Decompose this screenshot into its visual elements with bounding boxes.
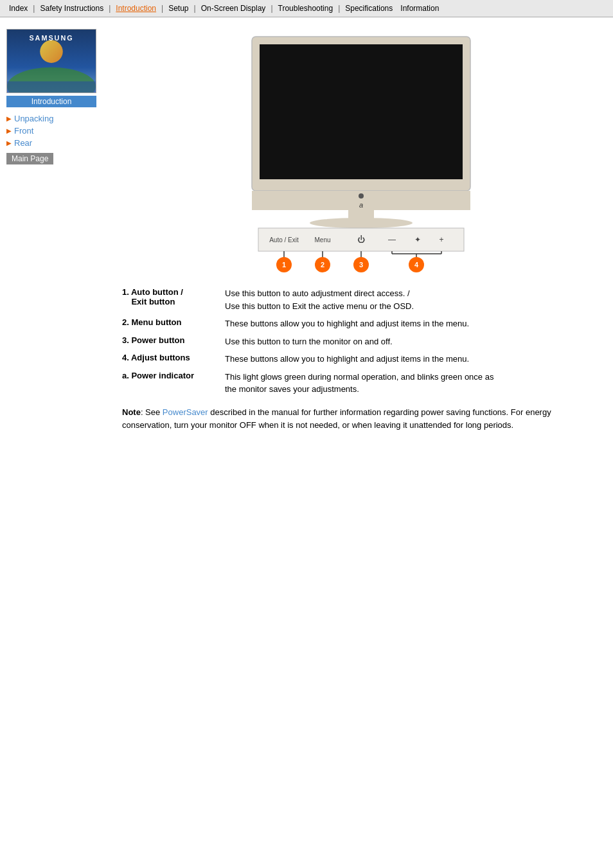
desc-row-3: 3. Power button Use this button to turn … — [122, 335, 600, 348]
desc-text-a: This light glows green during normal ope… — [225, 371, 600, 396]
desc-label-1a: 1. Auto button / — [122, 287, 218, 297]
svg-text:⏻: ⏻ — [357, 235, 365, 244]
svg-text:✦: ✦ — [414, 235, 421, 244]
monitor-svg-wrap: a Auto / Exit Menu ⏻ — ✦ + — [226, 30, 496, 274]
nav-specifications[interactable]: Specifications — [341, 3, 396, 14]
powersaver-link[interactable]: PowerSaver — [163, 407, 208, 417]
descriptions-table: 1. Auto button / Exit button Use this bu… — [122, 287, 600, 396]
svg-rect-4 — [7, 82, 96, 93]
sidebar-link-front[interactable]: Front — [14, 126, 33, 136]
nav-sep-6: | — [337, 4, 341, 13]
sidebar-item-front[interactable]: ▶ Front — [6, 125, 103, 137]
desc-row-4: 4. Adjust buttons These buttons allow yo… — [122, 353, 600, 366]
svg-text:2: 2 — [321, 261, 324, 269]
svg-point-8 — [359, 193, 364, 199]
navbar: Index | Safety Instructions | Introducti… — [0, 0, 613, 17]
samsung-logo-image: SAMSUNG — [7, 29, 96, 93]
arrow-icon: ▶ — [6, 139, 12, 146]
desc-text-2: These buttons allow you to highlight and… — [225, 317, 600, 330]
sidebar-logo: SAMSUNG — [6, 29, 96, 93]
nav-information[interactable]: Information — [396, 3, 443, 14]
svg-text:4: 4 — [414, 261, 419, 269]
note-section: Note: See PowerSaver described in the ma… — [122, 406, 600, 433]
nav-setup[interactable]: Setup — [164, 3, 192, 14]
sidebar-link-unpacking[interactable]: Unpacking — [14, 114, 53, 123]
sidebar-section-label: Introduction — [6, 96, 96, 107]
sidebar-link-rear[interactable]: Rear — [14, 138, 32, 148]
desc-label-3: 3. Power button — [122, 335, 225, 345]
svg-text:Auto / Exit: Auto / Exit — [269, 236, 299, 244]
desc-text-1: Use this button to auto adjustment direc… — [225, 287, 600, 312]
arrow-icon: ▶ — [6, 127, 12, 134]
svg-text:+: + — [439, 235, 443, 244]
desc-label-a: a. Power indicator — [122, 371, 225, 380]
svg-text:Menu: Menu — [314, 236, 330, 244]
desc-row-2: 2. Menu button These buttons allow you t… — [122, 317, 600, 330]
svg-text:3: 3 — [359, 261, 363, 269]
svg-text:—: — — [388, 235, 396, 244]
main-page-button[interactable]: Main Page — [6, 153, 53, 164]
desc-text-4: These buttons allow you to highlight and… — [225, 353, 600, 366]
desc-label-2: 2. Menu button — [122, 317, 225, 327]
nav-sep-3: | — [160, 4, 164, 13]
nav-introduction[interactable]: Introduction — [112, 3, 160, 14]
nav-osd[interactable]: On-Screen Display — [197, 3, 270, 14]
nav-sep-1: | — [31, 4, 36, 13]
sidebar-item-rear[interactable]: ▶ Rear — [6, 137, 103, 149]
nav-sep-5: | — [269, 4, 274, 13]
desc-row-a: a. Power indicator This light glows gree… — [122, 371, 600, 396]
nav-index[interactable]: Index — [5, 3, 31, 14]
svg-text:1: 1 — [282, 261, 286, 269]
monitor-svg: a Auto / Exit Menu ⏻ — ✦ + — [226, 30, 496, 274]
note-label: Note — [122, 407, 141, 417]
arrow-icon: ▶ — [6, 115, 12, 122]
main-content: a Auto / Exit Menu ⏻ — ✦ + — [109, 24, 613, 439]
desc-label-4: 4. Adjust buttons — [122, 353, 225, 362]
nav-safety[interactable]: Safety Instructions — [36, 3, 107, 14]
svg-point-1 — [40, 40, 62, 62]
page-body: SAMSUNG Introduction ▶ Unpacking ▶ Front… — [0, 17, 613, 445]
nav-troubleshooting[interactable]: Troubleshooting — [274, 3, 337, 14]
desc-text-3: Use this button to turn the monitor on a… — [225, 335, 600, 348]
sidebar: SAMSUNG Introduction ▶ Unpacking ▶ Front… — [0, 24, 109, 439]
svg-rect-6 — [260, 44, 463, 179]
nav-sep-4: | — [193, 4, 197, 13]
svg-text:SAMSUNG: SAMSUNG — [29, 34, 73, 42]
desc-label-1: 1. Auto button / Exit button — [122, 287, 225, 306]
desc-label-1b: Exit button — [122, 297, 218, 306]
svg-point-11 — [310, 218, 413, 228]
nav-sep-2: | — [107, 4, 112, 13]
desc-row-1: 1. Auto button / Exit button Use this bu… — [122, 287, 600, 312]
note-colon: : See — [141, 407, 163, 417]
monitor-illustration: a Auto / Exit Menu ⏻ — ✦ + — [122, 30, 600, 274]
svg-text:a: a — [359, 201, 363, 209]
sidebar-item-unpacking[interactable]: ▶ Unpacking — [6, 112, 103, 125]
